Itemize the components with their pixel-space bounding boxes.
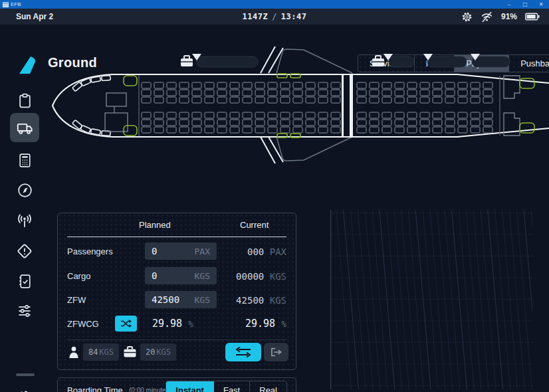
maximize-button[interactable]: ▢ xyxy=(517,1,533,7)
seat xyxy=(471,90,480,96)
seat xyxy=(179,82,189,88)
minimize-button[interactable]: – xyxy=(501,1,517,7)
seat xyxy=(433,127,442,133)
sidebar-item-failures[interactable] xyxy=(10,237,39,266)
sidebar-item-ground[interactable] xyxy=(10,113,39,142)
seat xyxy=(142,90,151,96)
seat xyxy=(318,112,328,118)
seat xyxy=(192,120,201,126)
seat xyxy=(205,90,214,96)
seat xyxy=(154,127,164,133)
status-date: Sun Apr 2 xyxy=(16,12,53,21)
transfer-arrows-icon xyxy=(235,346,252,358)
seat xyxy=(230,90,239,96)
boarding-time-duration: (0:00 minutes) xyxy=(129,387,171,392)
boarding-option-instant[interactable]: Instant xyxy=(166,381,214,392)
seat xyxy=(395,82,404,88)
seat xyxy=(395,90,404,96)
seat xyxy=(192,97,201,103)
seat xyxy=(382,127,391,133)
seat xyxy=(483,97,493,103)
zfwcg-label: ZFWCG xyxy=(67,319,99,329)
sidebar-item-performance[interactable] xyxy=(10,146,39,175)
zfwcg-planned-value: 29.98 % xyxy=(152,318,193,330)
seat xyxy=(179,127,189,133)
seat xyxy=(306,120,315,126)
seat xyxy=(293,82,302,88)
seat xyxy=(167,127,176,133)
seat xyxy=(471,127,480,133)
seat xyxy=(318,127,328,133)
seat xyxy=(420,127,429,133)
gear-icon[interactable] xyxy=(461,11,473,23)
seat xyxy=(255,97,265,103)
main-area: Ground Services Fuel Payload Pushback xyxy=(0,25,549,392)
door-1R[interactable] xyxy=(124,126,137,136)
seat xyxy=(205,120,214,126)
cargo-planned-input[interactable]: 0KGS xyxy=(145,267,217,284)
seat xyxy=(445,82,455,88)
seat xyxy=(280,127,290,133)
cargo-hold-4-bar[interactable] xyxy=(472,56,510,67)
seat xyxy=(331,82,340,88)
sidebar xyxy=(0,49,44,392)
seat xyxy=(407,112,417,118)
seat xyxy=(280,112,290,118)
seat xyxy=(357,127,366,133)
close-button[interactable]: ✕ xyxy=(533,1,549,7)
seat xyxy=(306,112,315,118)
boarding-time-panel: Boarding Time (0:00 minutes) Instant Fas… xyxy=(57,377,296,392)
sidebar-item-flightplan[interactable] xyxy=(10,86,39,115)
boarding-option-real[interactable]: Real xyxy=(250,381,286,392)
seat xyxy=(243,82,252,88)
bag-weight-field[interactable]: 20KGS xyxy=(140,343,176,361)
sidebar-item-radio[interactable] xyxy=(10,206,39,235)
zfwcg-random-button[interactable] xyxy=(115,316,137,332)
seat xyxy=(395,127,404,133)
seat xyxy=(318,82,328,88)
cargo-hold-indicators xyxy=(181,54,510,67)
seat xyxy=(230,82,239,88)
seat xyxy=(255,112,265,118)
seat xyxy=(445,120,455,126)
boarding-option-fast[interactable]: Fast xyxy=(214,381,250,392)
seat xyxy=(483,120,493,126)
clipboard-icon xyxy=(17,92,33,109)
wifi-off-icon[interactable] xyxy=(481,11,493,23)
header-rule xyxy=(67,237,286,237)
seat xyxy=(268,127,277,133)
passengers-planned-input[interactable]: 0PAX xyxy=(145,243,217,260)
seat xyxy=(205,82,214,88)
sidebar-item-settings[interactable] xyxy=(10,383,39,392)
seat xyxy=(154,97,164,103)
export-button[interactable] xyxy=(264,343,288,361)
antenna-icon xyxy=(16,212,33,229)
seat xyxy=(483,127,493,133)
seat xyxy=(268,90,277,96)
sidebar-item-checklist[interactable] xyxy=(10,266,39,296)
seat xyxy=(205,127,214,133)
seat xyxy=(179,120,189,126)
cargo-hold-1-bar[interactable] xyxy=(197,56,258,67)
briefcase-icon xyxy=(372,56,384,66)
app-window-icon xyxy=(3,2,9,7)
zfw-planned-input[interactable]: 42500KGS xyxy=(145,291,217,308)
planned-column-header: Planned xyxy=(139,220,171,230)
seat xyxy=(318,90,328,96)
seat xyxy=(357,112,366,118)
seat xyxy=(357,82,366,88)
battery-percent: 91% xyxy=(501,12,517,21)
briefcase-icon xyxy=(124,346,136,357)
pax-weight-field[interactable]: 84KGS xyxy=(83,343,119,361)
fuselage-outline xyxy=(53,74,549,137)
seat xyxy=(243,97,252,103)
seat xyxy=(167,120,176,126)
cargo-hold-3-bar[interactable] xyxy=(427,56,467,67)
door-1L[interactable] xyxy=(124,76,137,86)
sidebar-item-settings-quick[interactable] xyxy=(10,296,39,326)
seat xyxy=(306,82,315,88)
sidebar-item-navigation[interactable] xyxy=(10,175,39,205)
seat xyxy=(142,97,151,103)
load-transfer-button[interactable] xyxy=(225,343,261,361)
cargo-hold-2-bar[interactable] xyxy=(389,56,414,67)
